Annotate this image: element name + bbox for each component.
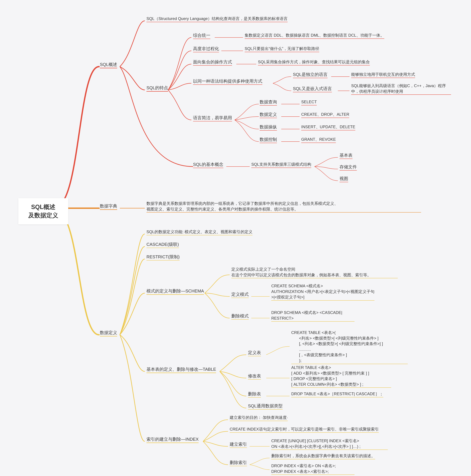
leaf-alter-table-desc: ALTER TABLE <表名> [ ADD <新列名> <数据类型> [ 完整…: [291, 365, 391, 388]
leaf-nonproc-desc: SQL只要提出“做什么”，无须了解存取路径: [245, 46, 319, 52]
node-embedded[interactable]: SQL又是嵌入式语言: [293, 86, 332, 92]
leaf-sql-definition: SQL（Structured Query Language）结构化查询语言，是关…: [146, 16, 288, 22]
leaf-index-note: CREATE INDEX语句定义索引时，可以定义索引是唯一索引、非唯一索引或聚簇…: [230, 426, 379, 433]
node-basic-concepts[interactable]: SQL的基本概念: [193, 162, 223, 168]
node-multi-usage[interactable]: 以同一种语法结构提供多种使用方式: [193, 78, 262, 85]
node-index[interactable]: 索引的建立与删除—INDEX: [146, 436, 198, 443]
leaf-data-dict-desc: 数据字典是关系数据库管理系统内部的一组系统表，它记录了数据库中所有的定义信息，包…: [146, 201, 421, 213]
leaf-independent-desc: 能够独立地用于联机交互的使用方式: [351, 72, 415, 78]
leaf-create: CREATE、DROP、ALTER: [301, 112, 349, 118]
mindmap-canvas: SQL概述 及数据定义 SQL概述 SQL（Structured Query L…: [0, 0, 471, 476]
leaf-drop-schema-desc: DROP SCHEMA <模式名> <CASCADE| RESTRICT>: [271, 310, 355, 322]
leaf-create-table-desc: CREATE TABLE <表名>( <列名> <数据类型>[ <列级完整性约束…: [291, 330, 408, 364]
leaf-cascade: CASCADE(级联): [146, 241, 179, 248]
leaf-setop-desc: SQL采用集合操作方式，操作对象、查找结果可以是元组的集合: [258, 59, 370, 66]
root-node[interactable]: SQL概述 及数据定义: [18, 198, 68, 224]
node-alter-table[interactable]: 修改表: [248, 373, 261, 380]
node-drop-schema[interactable]: 删除模式: [231, 313, 249, 320]
node-table[interactable]: 基本表的定义、删除与修改—TABLE: [146, 366, 216, 373]
leaf-unified-desc: 集数据定义语言 DDL、数据操纵语言 DML、数据控制语言 DCL、功能于一体。: [245, 33, 384, 39]
leaf-storage-file: 存储文件: [340, 164, 357, 170]
node-sql-types[interactable]: SQL通用数据类型: [248, 403, 283, 409]
leaf-drop-table-desc: DROP TABLE <表名>［RESTRICT| CASCADE］；: [291, 391, 383, 397]
node-schema[interactable]: 模式的定义与删除—SCHEMA: [146, 288, 204, 295]
node-independent[interactable]: SQL是独立的语言: [293, 72, 327, 78]
node-create-index[interactable]: 建立索引: [230, 441, 247, 448]
leaf-drop-index-desc2: DROP INDEX <索引名> ON <表名>; DROP INDEX <表名…: [271, 463, 355, 475]
leaf-drop-index-desc1: 删除索引时，系统会从数据字典中删去有关该索引的描述。: [271, 453, 375, 459]
node-dq[interactable]: 数据查询: [260, 99, 277, 106]
leaf-restrict: RESTRICT(限制): [146, 254, 179, 260]
leaf-embedded-desc: SQL能够嵌入到高级语言（例如C，C++，Java）程序中，供程序员设计程序时使…: [351, 83, 451, 95]
node-setop[interactable]: 面向集合的操作方式: [193, 59, 232, 66]
node-nonproc[interactable]: 高度非过程化: [193, 46, 219, 52]
node-dman[interactable]: 数据操纵: [260, 124, 277, 131]
node-simple[interactable]: 语言简洁，易学易用: [193, 115, 232, 121]
leaf-grant: GRANT、REVOKE: [301, 136, 336, 143]
node-create-schema[interactable]: 定义模式: [231, 291, 249, 298]
connector-layer: [0, 0, 471, 476]
branch-data-def[interactable]: 数据定义: [100, 330, 117, 337]
leaf-create-index-desc: CREATE [UNIQUE] [CLUSTER] INDEX <索引名> ON…: [271, 438, 388, 450]
leaf-select: SELECT: [301, 99, 317, 105]
node-dctrl[interactable]: 数据控制: [260, 136, 277, 143]
node-drop-index[interactable]: 删除索引: [230, 460, 247, 466]
node-unified[interactable]: 综合统一: [193, 33, 210, 39]
leaf-index-purpose: 建立索引的目的：·加快查询速度·: [230, 415, 288, 421]
leaf-schema-ns: 定义模式实际上定义了一个命名空间 在这个空间中可以定义该模式包含的数据库对象，例…: [231, 267, 398, 278]
leaf-insert: INSERT、UPDATE、DELETE: [301, 124, 355, 130]
leaf-ddl-func: SQL的数据定义功能: 模式定义、表定义、视图和索引的定义: [146, 229, 252, 235]
leaf-base-table: 基本表: [340, 153, 353, 159]
branch-sql-overview[interactable]: SQL概述: [100, 62, 117, 68]
branch-data-dict[interactable]: 数据字典: [100, 203, 117, 210]
leaf-create-schema-desc: CREATE SCHEMA <模式名> AUTHORIZATION <用户名>[…: [271, 283, 374, 301]
node-create-table[interactable]: 定义表: [248, 350, 261, 356]
leaf-view: 视图: [340, 176, 348, 182]
leaf-three-schema: SQL支持关系数据库三级模式结构: [251, 162, 311, 168]
node-sql-features[interactable]: SQL的特点: [146, 85, 168, 92]
node-drop-table[interactable]: 删除表: [248, 391, 261, 398]
node-ddef[interactable]: 数据定义: [260, 112, 277, 118]
